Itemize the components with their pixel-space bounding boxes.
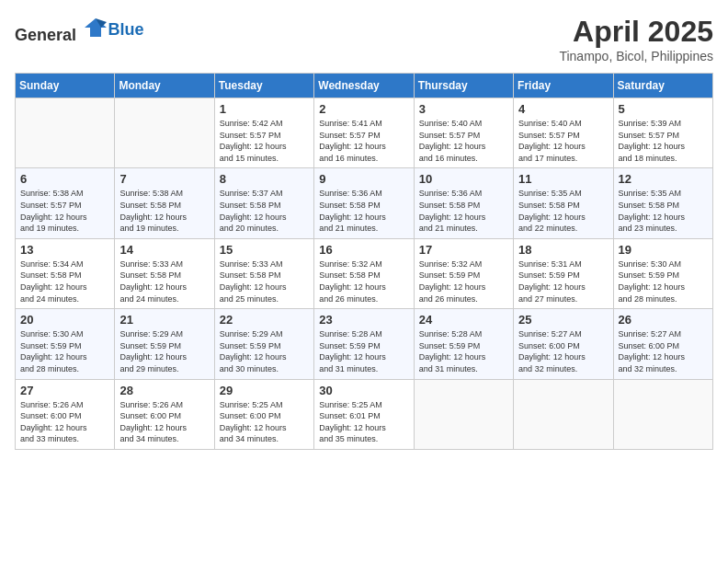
day-info: Sunrise: 5:30 AM Sunset: 5:59 PM Dayligh… (20, 328, 109, 374)
day-number: 17 (419, 243, 508, 257)
day-info: Sunrise: 5:30 AM Sunset: 5:59 PM Dayligh… (619, 259, 708, 304)
day-number: 11 (518, 172, 608, 186)
calendar-cell: 16Sunrise: 5:32 AM Sunset: 5:58 PM Dayli… (314, 238, 414, 308)
day-info: Sunrise: 5:33 AM Sunset: 5:58 PM Dayligh… (119, 259, 209, 304)
calendar-cell: 21Sunrise: 5:29 AM Sunset: 5:59 PM Dayli… (115, 309, 214, 379)
calendar-week-row: 13Sunrise: 5:34 AM Sunset: 5:58 PM Dayli… (16, 238, 713, 308)
calendar-cell: 8Sunrise: 5:37 AM Sunset: 5:58 PM Daylig… (214, 168, 313, 238)
calendar-cell (414, 379, 513, 449)
day-number: 13 (20, 243, 109, 257)
day-info: Sunrise: 5:29 AM Sunset: 5:59 PM Dayligh… (119, 328, 209, 374)
day-info: Sunrise: 5:40 AM Sunset: 5:57 PM Dayligh… (518, 118, 608, 164)
calendar-table: SundayMondayTuesdayWednesdayThursdayFrid… (15, 73, 713, 450)
day-number: 14 (119, 243, 209, 257)
day-info: Sunrise: 5:38 AM Sunset: 5:57 PM Dayligh… (20, 188, 109, 234)
day-number: 25 (518, 313, 608, 327)
day-info: Sunrise: 5:42 AM Sunset: 5:57 PM Dayligh… (220, 118, 309, 164)
weekday-header: Friday (514, 74, 613, 98)
day-info: Sunrise: 5:29 AM Sunset: 5:59 PM Dayligh… (220, 328, 309, 374)
day-info: Sunrise: 5:25 AM Sunset: 6:01 PM Dayligh… (319, 399, 408, 445)
day-number: 27 (20, 384, 109, 397)
calendar-cell: 3Sunrise: 5:40 AM Sunset: 5:57 PM Daylig… (414, 98, 513, 168)
day-number: 12 (619, 172, 708, 186)
day-number: 19 (619, 243, 708, 257)
calendar-cell: 17Sunrise: 5:32 AM Sunset: 5:59 PM Dayli… (414, 238, 513, 308)
day-number: 28 (119, 384, 209, 397)
weekday-header: Thursday (414, 74, 513, 98)
day-number: 26 (619, 313, 708, 327)
calendar-cell: 27Sunrise: 5:26 AM Sunset: 6:00 PM Dayli… (16, 379, 115, 449)
day-number: 9 (319, 172, 408, 186)
calendar-cell (613, 379, 712, 449)
day-info: Sunrise: 5:32 AM Sunset: 5:59 PM Dayligh… (419, 259, 508, 304)
day-number: 1 (220, 102, 309, 116)
day-info: Sunrise: 5:39 AM Sunset: 5:57 PM Dayligh… (619, 118, 708, 164)
calendar-cell (514, 379, 613, 449)
calendar-cell: 29Sunrise: 5:25 AM Sunset: 6:00 PM Dayli… (214, 379, 313, 449)
calendar-cell: 4Sunrise: 5:40 AM Sunset: 5:57 PM Daylig… (514, 98, 613, 168)
day-info: Sunrise: 5:36 AM Sunset: 5:58 PM Dayligh… (419, 188, 508, 234)
page-header: General Blue April 2025 Tinampo, Bicol, … (15, 15, 713, 63)
day-info: Sunrise: 5:25 AM Sunset: 6:00 PM Dayligh… (220, 399, 309, 445)
day-number: 8 (220, 172, 309, 186)
calendar-week-row: 6Sunrise: 5:38 AM Sunset: 5:57 PM Daylig… (16, 168, 713, 238)
day-info: Sunrise: 5:36 AM Sunset: 5:58 PM Dayligh… (319, 188, 408, 234)
calendar-cell: 13Sunrise: 5:34 AM Sunset: 5:58 PM Dayli… (16, 238, 115, 308)
day-info: Sunrise: 5:26 AM Sunset: 6:00 PM Dayligh… (20, 399, 109, 445)
calendar-cell: 11Sunrise: 5:35 AM Sunset: 5:58 PM Dayli… (514, 168, 613, 238)
day-info: Sunrise: 5:41 AM Sunset: 5:57 PM Dayligh… (319, 118, 408, 164)
day-info: Sunrise: 5:27 AM Sunset: 6:00 PM Dayligh… (518, 328, 608, 374)
day-number: 18 (518, 243, 608, 257)
day-info: Sunrise: 5:35 AM Sunset: 5:58 PM Dayligh… (619, 188, 708, 234)
logo-bird-icon (83, 15, 108, 40)
calendar-cell: 1Sunrise: 5:42 AM Sunset: 5:57 PM Daylig… (214, 98, 313, 168)
day-info: Sunrise: 5:35 AM Sunset: 5:58 PM Dayligh… (518, 188, 608, 234)
calendar-cell (16, 98, 115, 168)
day-info: Sunrise: 5:27 AM Sunset: 6:00 PM Dayligh… (619, 328, 708, 374)
calendar-cell: 26Sunrise: 5:27 AM Sunset: 6:00 PM Dayli… (613, 309, 712, 379)
day-number: 21 (119, 313, 209, 327)
day-info: Sunrise: 5:28 AM Sunset: 5:59 PM Dayligh… (419, 328, 508, 374)
calendar-cell: 20Sunrise: 5:30 AM Sunset: 5:59 PM Dayli… (16, 309, 115, 379)
day-number: 10 (419, 172, 508, 186)
calendar-week-row: 1Sunrise: 5:42 AM Sunset: 5:57 PM Daylig… (16, 98, 713, 168)
calendar-cell: 6Sunrise: 5:38 AM Sunset: 5:57 PM Daylig… (16, 168, 115, 238)
calendar-cell: 5Sunrise: 5:39 AM Sunset: 5:57 PM Daylig… (613, 98, 712, 168)
location-title: Tinampo, Bicol, Philippines (559, 49, 713, 63)
calendar-cell: 25Sunrise: 5:27 AM Sunset: 6:00 PM Dayli… (514, 309, 613, 379)
weekday-header: Sunday (16, 74, 115, 98)
day-info: Sunrise: 5:40 AM Sunset: 5:57 PM Dayligh… (419, 118, 508, 164)
day-number: 23 (319, 313, 408, 327)
weekday-header: Saturday (613, 74, 712, 98)
calendar-week-row: 27Sunrise: 5:26 AM Sunset: 6:00 PM Dayli… (16, 379, 713, 449)
day-info: Sunrise: 5:37 AM Sunset: 5:58 PM Dayligh… (220, 188, 309, 234)
day-number: 29 (220, 384, 309, 397)
calendar-cell (115, 98, 214, 168)
calendar-header-row: SundayMondayTuesdayWednesdayThursdayFrid… (16, 74, 713, 98)
day-number: 22 (220, 313, 309, 327)
calendar-cell: 9Sunrise: 5:36 AM Sunset: 5:58 PM Daylig… (314, 168, 414, 238)
day-info: Sunrise: 5:28 AM Sunset: 5:59 PM Dayligh… (319, 328, 408, 374)
calendar-cell: 22Sunrise: 5:29 AM Sunset: 5:59 PM Dayli… (214, 309, 313, 379)
day-number: 24 (419, 313, 508, 327)
calendar-cell: 10Sunrise: 5:36 AM Sunset: 5:58 PM Dayli… (414, 168, 513, 238)
day-info: Sunrise: 5:34 AM Sunset: 5:58 PM Dayligh… (20, 259, 109, 304)
day-info: Sunrise: 5:32 AM Sunset: 5:58 PM Dayligh… (319, 259, 408, 304)
day-info: Sunrise: 5:26 AM Sunset: 6:00 PM Dayligh… (119, 399, 209, 445)
calendar-cell: 14Sunrise: 5:33 AM Sunset: 5:58 PM Dayli… (115, 238, 214, 308)
calendar-cell: 12Sunrise: 5:35 AM Sunset: 5:58 PM Dayli… (613, 168, 712, 238)
calendar-cell: 23Sunrise: 5:28 AM Sunset: 5:59 PM Dayli… (314, 309, 414, 379)
day-number: 15 (220, 243, 309, 257)
title-block: April 2025 Tinampo, Bicol, Philippines (559, 15, 713, 63)
day-number: 7 (119, 172, 209, 186)
day-number: 30 (319, 384, 408, 397)
calendar-cell: 7Sunrise: 5:38 AM Sunset: 5:58 PM Daylig… (115, 168, 214, 238)
logo-general: General (15, 26, 76, 44)
day-info: Sunrise: 5:38 AM Sunset: 5:58 PM Dayligh… (119, 188, 209, 234)
weekday-header: Monday (115, 74, 214, 98)
day-number: 4 (518, 102, 608, 116)
calendar-cell: 2Sunrise: 5:41 AM Sunset: 5:57 PM Daylig… (314, 98, 414, 168)
calendar-cell: 28Sunrise: 5:26 AM Sunset: 6:00 PM Dayli… (115, 379, 214, 449)
logo-blue: Blue (108, 20, 144, 39)
weekday-header: Wednesday (314, 74, 414, 98)
